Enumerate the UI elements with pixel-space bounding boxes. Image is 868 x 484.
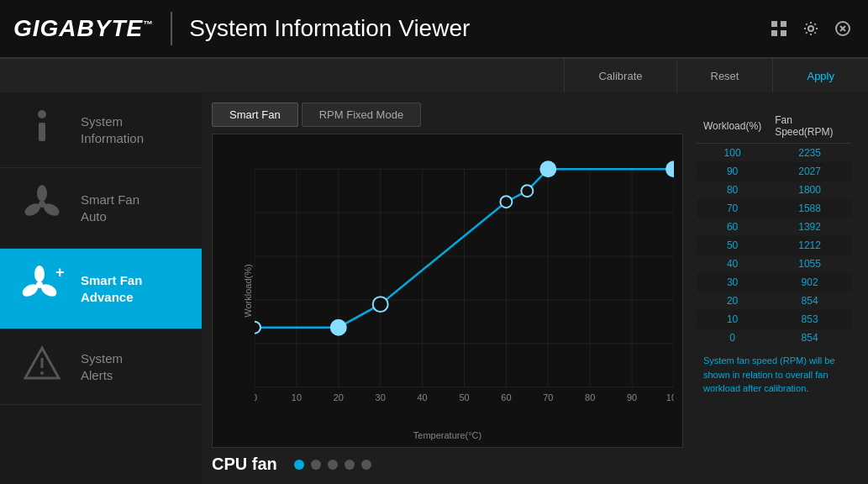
rpm-cell: 1800 bbox=[768, 181, 851, 199]
info-text: System fan speed (RPM) will be shown in … bbox=[697, 347, 851, 402]
close-icon[interactable] bbox=[831, 17, 855, 40]
sidebar-item-smart-fan-advance[interactable]: + Smart FanAdvance bbox=[0, 249, 202, 329]
fan-dot-2[interactable] bbox=[311, 460, 321, 470]
svg-point-60 bbox=[521, 185, 533, 197]
svg-rect-3 bbox=[781, 30, 786, 36]
svg-text:80: 80 bbox=[585, 392, 595, 402]
workload-cell: 80 bbox=[697, 181, 768, 199]
table-row: 801800 bbox=[697, 181, 851, 199]
table-row: 30902 bbox=[697, 273, 851, 292]
chart-section: Smart Fan RPM Fixed Mode Workload(%) bbox=[212, 103, 683, 474]
table-row: 501212 bbox=[697, 236, 851, 255]
svg-rect-0 bbox=[771, 21, 777, 27]
sidebar-label-smart-fan-auto: Smart FanAuto bbox=[81, 192, 139, 224]
sidebar-item-system-information[interactable]: SystemInformation bbox=[0, 92, 202, 168]
svg-point-58 bbox=[373, 297, 388, 312]
rpm-table: Workload(%) Fan Speed(RPM) 1002235902027… bbox=[697, 109, 851, 347]
svg-text:90: 90 bbox=[627, 392, 637, 402]
table-row: 401055 bbox=[697, 255, 851, 273]
fan-chart: Workload(%) bbox=[212, 134, 683, 448]
svg-point-57 bbox=[331, 320, 346, 335]
svg-text:70: 70 bbox=[543, 392, 553, 402]
table-row: 902027 bbox=[697, 162, 851, 181]
calibrate-button[interactable]: Calibrate bbox=[564, 59, 676, 92]
cpu-fan-label: CPU fan bbox=[212, 455, 277, 474]
bottom-section: CPU fan bbox=[212, 455, 683, 474]
fan-dot-3[interactable] bbox=[328, 460, 338, 470]
rpm-cell: 1212 bbox=[768, 236, 851, 255]
rpm-cell: 902 bbox=[768, 273, 851, 292]
sidebar-item-smart-fan-auto[interactable]: Smart FanAuto bbox=[0, 168, 202, 249]
tab-rpm-fixed-mode[interactable]: RPM Fixed Mode bbox=[302, 103, 421, 127]
workload-cell: 70 bbox=[697, 199, 768, 218]
workload-cell: 50 bbox=[697, 236, 768, 255]
workload-cell: 40 bbox=[697, 255, 768, 273]
content-main: Smart Fan RPM Fixed Mode Workload(%) bbox=[212, 103, 858, 474]
alert-icon bbox=[17, 345, 67, 389]
apply-button[interactable]: Apply bbox=[772, 59, 868, 92]
fan-advance-icon: + bbox=[17, 264, 67, 313]
rpm-table-header-rpm: Fan Speed(RPM) bbox=[768, 109, 851, 144]
tab-smart-fan[interactable]: Smart Fan bbox=[212, 103, 298, 127]
svg-text:60: 60 bbox=[501, 392, 511, 402]
fan-dot-5[interactable] bbox=[361, 460, 371, 470]
workload-cell: 90 bbox=[697, 162, 768, 181]
tab-group: Smart Fan RPM Fixed Mode bbox=[212, 103, 683, 127]
toolbar: Calibrate Reset Apply bbox=[0, 59, 868, 92]
svg-text:+: + bbox=[55, 264, 65, 281]
sidebar: SystemInformation Smart FanAuto bbox=[0, 92, 202, 484]
svg-rect-1 bbox=[781, 21, 786, 27]
header-divider bbox=[171, 12, 172, 45]
svg-text:20: 20 bbox=[334, 392, 344, 402]
workload-cell: 100 bbox=[697, 144, 768, 163]
grid-icon[interactable] bbox=[767, 17, 791, 40]
table-row: 1002235 bbox=[697, 144, 851, 163]
sidebar-label-system-information: SystemInformation bbox=[81, 113, 144, 146]
table-row: 701588 bbox=[697, 199, 851, 218]
main-layout: SystemInformation Smart FanAuto bbox=[0, 92, 868, 484]
svg-point-56 bbox=[255, 322, 260, 334]
table-row: 0854 bbox=[697, 329, 851, 347]
reset-button[interactable]: Reset bbox=[676, 59, 773, 92]
svg-point-59 bbox=[500, 196, 512, 208]
fan-dot-4[interactable] bbox=[345, 460, 355, 470]
chart-y-label: Workload(%) bbox=[243, 264, 253, 317]
rpm-table-header-workload: Workload(%) bbox=[697, 109, 768, 144]
svg-text:10: 10 bbox=[292, 392, 302, 402]
rpm-cell: 853 bbox=[768, 310, 851, 329]
app-title: System Information Viewer bbox=[189, 15, 767, 42]
workload-cell: 10 bbox=[697, 310, 768, 329]
workload-cell: 20 bbox=[697, 292, 768, 310]
svg-text:30: 30 bbox=[376, 392, 386, 402]
table-row: 20854 bbox=[697, 292, 851, 310]
rpm-cell: 2027 bbox=[768, 162, 851, 181]
logo-sup: ™ bbox=[143, 18, 154, 30]
chart-svg: 100 80 60 40 20 0 0 10 20 30 40 50 60 bbox=[255, 143, 674, 413]
rpm-cell: 854 bbox=[768, 292, 851, 310]
svg-point-4 bbox=[808, 26, 813, 31]
header-icon-group bbox=[767, 17, 855, 40]
table-row: 601392 bbox=[697, 218, 851, 236]
svg-text:100: 100 bbox=[666, 392, 674, 402]
svg-point-15 bbox=[34, 266, 45, 282]
rpm-cell: 1392 bbox=[768, 218, 851, 236]
svg-text:0: 0 bbox=[255, 392, 257, 402]
right-panel: Workload(%) Fan Speed(RPM) 1002235902027… bbox=[690, 103, 858, 474]
svg-rect-2 bbox=[771, 30, 777, 36]
svg-point-62 bbox=[666, 161, 674, 176]
sidebar-item-system-alerts[interactable]: SystemAlerts bbox=[0, 329, 202, 405]
workload-cell: 30 bbox=[697, 273, 768, 292]
gear-icon[interactable] bbox=[799, 17, 823, 40]
sidebar-label-system-alerts: SystemAlerts bbox=[81, 350, 123, 383]
svg-point-8 bbox=[38, 110, 46, 118]
workload-cell: 0 bbox=[697, 329, 768, 347]
rpm-cell: 854 bbox=[768, 329, 851, 347]
table-row: 10853 bbox=[697, 310, 851, 329]
svg-text:40: 40 bbox=[417, 392, 427, 402]
svg-point-21 bbox=[40, 371, 44, 375]
svg-point-11 bbox=[37, 185, 47, 202]
fan-dot-1[interactable] bbox=[294, 460, 304, 470]
app-header: GIGABYTE™ System Information Viewer bbox=[0, 0, 868, 59]
svg-point-61 bbox=[540, 161, 555, 176]
svg-rect-9 bbox=[39, 123, 45, 141]
